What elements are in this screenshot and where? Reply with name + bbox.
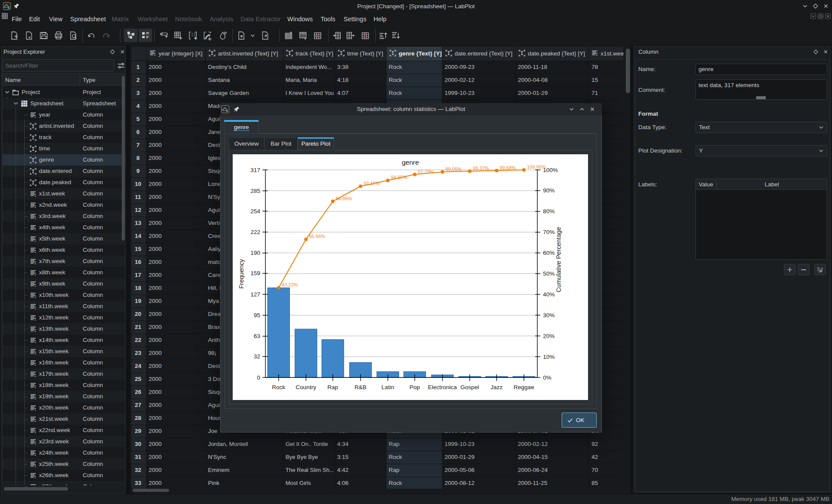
svg-text:0: 0	[257, 374, 260, 381]
svg-text:190: 190	[250, 250, 260, 256]
svg-text:285: 285	[250, 188, 260, 194]
svg-text:84.86%: 84.86%	[336, 196, 352, 201]
svg-text:254: 254	[250, 208, 260, 215]
svg-text:50%: 50%	[543, 270, 555, 277]
svg-text:92.11%: 92.11%	[364, 181, 380, 186]
svg-text:99.37%: 99.37%	[473, 166, 489, 171]
svg-text:222: 222	[250, 229, 260, 235]
svg-text:90%: 90%	[543, 187, 555, 194]
svg-text:Jazz: Jazz	[491, 384, 503, 390]
svg-text:127: 127	[250, 291, 260, 298]
svg-text:63: 63	[254, 333, 260, 339]
svg-text:70%: 70%	[543, 229, 555, 235]
svg-text:20%: 20%	[543, 333, 555, 339]
svg-text:0%: 0%	[543, 374, 552, 381]
svg-text:Cumulative Percentage: Cumulative Percentage	[555, 227, 562, 293]
svg-text:genre: genre	[402, 159, 419, 166]
svg-text:94.95%: 94.95%	[391, 175, 407, 180]
svg-text:32: 32	[254, 353, 260, 360]
svg-text:99.68%: 99.68%	[500, 165, 516, 170]
svg-text:66.56%: 66.56%	[309, 234, 325, 239]
svg-text:60%: 60%	[543, 250, 555, 256]
svg-text:Rock: Rock	[272, 384, 286, 390]
svg-text:Frequency: Frequency	[238, 259, 245, 289]
svg-text:97.79%: 97.79%	[418, 169, 434, 174]
svg-text:Gospel: Gospel	[461, 384, 479, 390]
svg-text:95: 95	[254, 312, 260, 319]
svg-text:Reggae: Reggae	[514, 384, 534, 390]
svg-text:40%: 40%	[543, 291, 555, 298]
svg-text:10%: 10%	[543, 354, 555, 360]
svg-text:99.05%: 99.05%	[445, 166, 462, 172]
svg-text:80%: 80%	[543, 208, 555, 215]
svg-text:43.22%: 43.22%	[282, 282, 298, 287]
svg-text:317: 317	[250, 167, 260, 173]
svg-text:30%: 30%	[543, 312, 555, 319]
svg-text:100.00%: 100.00%	[527, 164, 546, 169]
svg-text:Country: Country	[296, 384, 316, 390]
svg-text:R&B: R&B	[354, 384, 367, 390]
svg-text:Rap: Rap	[328, 384, 338, 390]
svg-text:Pop: Pop	[410, 384, 420, 390]
svg-text:Electronica: Electronica	[428, 384, 457, 390]
svg-text:Latin: Latin	[381, 384, 394, 390]
svg-text:159: 159	[250, 270, 260, 276]
